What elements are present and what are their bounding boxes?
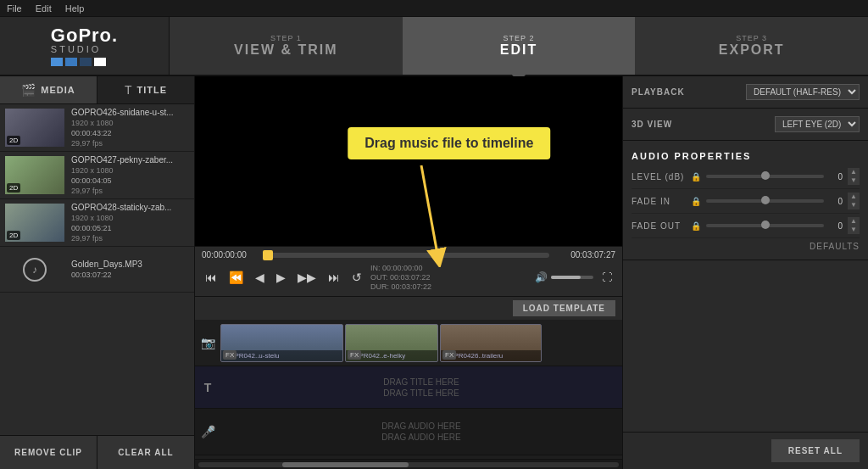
- fadeout-down-btn[interactable]: ▼: [848, 226, 860, 234]
- video-clip-3[interactable]: GOPR0426..traileru FX: [440, 324, 542, 362]
- play-button[interactable]: ▶: [273, 269, 289, 286]
- level-label: LEVEL (dB): [632, 172, 691, 181]
- fadein-value: 0: [829, 197, 843, 206]
- logo: GoPro. STUDIO: [51, 26, 118, 66]
- reset-all-button[interactable]: RESET ALL: [771, 439, 860, 462]
- level-value: 0: [829, 172, 843, 181]
- step-edit[interactable]: STEP 2 EDIT: [403, 17, 636, 75]
- fx-badge-2: FX: [348, 350, 361, 360]
- step-export[interactable]: STEP 3 EXPORT: [635, 17, 868, 75]
- fadein-lock-icon: 🔒: [691, 197, 701, 206]
- remove-clip-button[interactable]: REMOVE CLIP: [0, 436, 97, 469]
- level-slider-area: 🔒 0 ▲ ▼: [691, 168, 860, 185]
- media-icons-2: 29,97 fps: [71, 187, 189, 195]
- level-slider[interactable]: [706, 175, 824, 178]
- menu-file[interactable]: File: [7, 3, 22, 14]
- skip-end-button[interactable]: ⏭: [325, 269, 343, 286]
- badge-2d-2: 2D: [7, 183, 20, 193]
- prev-frame-button[interactable]: ⏪: [225, 269, 247, 286]
- timeline-scrollbar[interactable]: [195, 459, 622, 469]
- menu-edit[interactable]: Edit: [36, 3, 52, 14]
- fps-3: 29,97 fps: [71, 234, 103, 243]
- 3d-view-label: 3D VIEW: [632, 120, 672, 129]
- step3-label: EXPORT: [719, 42, 785, 58]
- audio-props-section: AUDIO PROPERTIES LEVEL (dB) 🔒 0 ▲ ▼: [623, 141, 868, 260]
- logo-blocks: [51, 58, 106, 66]
- scroll-track[interactable]: [198, 462, 619, 467]
- fadein-down-btn[interactable]: ▼: [848, 201, 860, 209]
- step2-label: EDIT: [500, 42, 537, 58]
- fadeout-up-btn[interactable]: ▲: [848, 217, 860, 226]
- media-info-2: GOPRO427-pekny-zaber... 1920 x 1080 00:0…: [71, 155, 189, 195]
- svg-line-0: [421, 165, 438, 259]
- audio-props-title: AUDIO PROPERTIES: [632, 146, 860, 165]
- list-item[interactable]: 2D GOPRO428-staticky-zab... 1920 x 1080 …: [0, 199, 194, 247]
- right-panel: PLAYBACK DEFAULT (HALF-RES) 3D VIEW LEFT…: [622, 76, 868, 469]
- scroll-thumb[interactable]: [282, 462, 409, 467]
- tab-media-label: MEDIA: [41, 85, 75, 95]
- fadein-slider-area: 🔒 0 ▲ ▼: [691, 193, 860, 209]
- fadein-label: FADE IN: [632, 197, 691, 206]
- loop-button[interactable]: ↺: [348, 269, 365, 286]
- music-disc: ♪: [23, 258, 47, 282]
- level-slider-handle[interactable]: [761, 171, 770, 180]
- fadeout-slider-handle[interactable]: [761, 221, 770, 229]
- list-item-music[interactable]: ♪ Golden_Days.MP3 00:03:07:22: [0, 247, 194, 293]
- fadeout-arrows: ▲ ▼: [848, 217, 860, 234]
- drag-tooltip: Drag music file to timeline: [348, 127, 550, 159]
- fadein-up-btn[interactable]: ▲: [848, 193, 860, 201]
- level-down-btn[interactable]: ▼: [848, 176, 860, 185]
- video-clip-2[interactable]: GOPR042..e-helky FX: [345, 324, 438, 362]
- media-icons-1: 29,97 fps: [71, 139, 189, 148]
- list-item[interactable]: 2D GOPRO426-snidane-u-st... 1920 x 1080 …: [0, 104, 194, 152]
- thumb-music: ♪: [5, 250, 64, 288]
- level-up-btn[interactable]: ▲: [848, 168, 860, 176]
- fadein-slider-handle[interactable]: [761, 196, 770, 204]
- video-clip-1[interactable]: GOPR042..u-stelu FX: [220, 324, 343, 362]
- media-time-1: 00:00:43:22: [71, 129, 189, 137]
- fadein-row: FADE IN 🔒 0 ▲ ▼: [632, 189, 860, 214]
- fadeout-value: 0: [829, 221, 843, 231]
- text-icon: T: [204, 381, 212, 394]
- timeline-handle[interactable]: [263, 250, 273, 260]
- clear-all-button[interactable]: CLEAR ALL: [97, 436, 194, 469]
- audio-track-content: DRAG AUDIO HERE DRAG AUDIO HERE: [220, 409, 622, 455]
- badge-2d-3: 2D: [7, 231, 20, 240]
- volume-icon: 🔊: [535, 271, 548, 283]
- fps-1: 29,97 fps: [71, 139, 103, 148]
- defaults-label[interactable]: DEFAULTS: [810, 242, 860, 251]
- step-back-button[interactable]: ◀: [252, 269, 268, 286]
- thumb-road: 2D: [5, 204, 64, 242]
- tab-media[interactable]: 🎬 MEDIA: [0, 76, 97, 103]
- step3-num: STEP 3: [736, 34, 767, 42]
- fullscreen-button[interactable]: ⛶: [598, 270, 615, 285]
- volume-area: 🔊: [535, 271, 593, 283]
- volume-slider[interactable]: [551, 276, 593, 279]
- fps-2: 29,97 fps: [71, 187, 103, 195]
- fx-badge-3: FX: [442, 350, 456, 360]
- volume-fill: [551, 276, 581, 279]
- left-bottom-buttons: REMOVE CLIP CLEAR ALL: [0, 435, 194, 469]
- main: 🎬 MEDIA T TITLE 2D GOPRO426-snidane-u-st…: [0, 76, 868, 469]
- playback-select[interactable]: DEFAULT (HALF-RES): [746, 84, 860, 100]
- fadeout-slider[interactable]: [706, 224, 824, 227]
- menu-help[interactable]: Help: [65, 3, 85, 14]
- time-dur: DUR: 00:03:07:22: [370, 282, 530, 291]
- 3d-view-section: 3D VIEW LEFT EYE (2D): [623, 109, 868, 141]
- list-item[interactable]: 2D GOPRO427-pekny-zaber... 1920 x 1080 0…: [0, 152, 194, 199]
- video-track-content: GOPR042..u-stelu FX GOPR042..e-helky FX …: [220, 320, 622, 366]
- load-template-button[interactable]: LOAD TEMPLATE: [513, 300, 615, 316]
- skip-start-button[interactable]: ⏮: [202, 269, 220, 286]
- media-icon: 🎬: [21, 83, 36, 97]
- fadein-arrows: ▲ ▼: [848, 193, 860, 209]
- fadeout-row: FADE OUT 🔒 0 ▲ ▼: [632, 214, 860, 238]
- fadeout-lock-icon: 🔒: [691, 221, 701, 231]
- fadein-slider[interactable]: [706, 199, 824, 203]
- step-fwd-button[interactable]: ▶▶: [294, 269, 320, 286]
- tab-title[interactable]: T TITLE: [97, 76, 194, 103]
- media-time-2: 00:00:04:05: [71, 176, 189, 185]
- playback-label: PLAYBACK: [632, 87, 685, 97]
- 3d-view-select[interactable]: LEFT EYE (2D): [775, 116, 860, 132]
- media-meta-3: 1920 x 1080: [71, 214, 189, 222]
- step-view-trim[interactable]: STEP 1 VIEW & TRIM: [170, 17, 403, 75]
